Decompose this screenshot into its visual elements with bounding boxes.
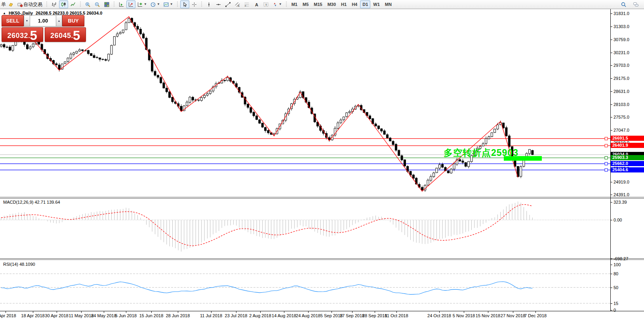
dropdown-caret-icon[interactable]: ▼ [157, 3, 160, 6]
price-tick [611, 65, 612, 66]
price-tick [611, 104, 612, 105]
arrows-button[interactable]: ▼ [271, 0, 284, 8]
trendline-button[interactable] [223, 0, 232, 8]
toolbar-group-grip [200, 1, 203, 8]
vline-button[interactable] [204, 0, 213, 8]
time-tick [57, 311, 57, 313]
price-tick-label: 30759.0 [614, 37, 629, 42]
chart-shift-button[interactable] [126, 0, 135, 8]
timeframe-m1-button[interactable]: M1 [289, 0, 300, 8]
dropdown-caret-icon[interactable]: ▼ [279, 3, 282, 6]
chat-button[interactable] [631, 0, 640, 8]
cursor-button[interactable] [180, 0, 189, 8]
channel-icon: E [235, 2, 240, 7]
time-label: 18 Apr 2018 [21, 313, 44, 318]
fibonacci-button[interactable]: F [242, 0, 252, 8]
line-handle[interactable] [605, 169, 608, 171]
ohlc-values: 26208.5 26233.0 26015.5 26034.0 [36, 11, 102, 15]
macd-indicator-pane[interactable] [0, 199, 610, 258]
svg-text:F: F [245, 5, 246, 7]
time-label: 24 Aug 2018 [296, 313, 320, 318]
buy-price-button[interactable]: 26045 . 5 [45, 27, 86, 42]
time-label: 15 Nov 2018 [476, 313, 500, 318]
bull-bear-turning-point-annotation[interactable]: 多空转折点25903 [444, 147, 518, 159]
new-order-button[interactable] [6, 0, 15, 8]
chat-icon [633, 2, 638, 7]
templates-button[interactable]: ▼ [162, 0, 175, 8]
macd-scale-label: -698.27 [614, 256, 628, 261]
shift-icon [128, 2, 133, 7]
time-tick [352, 311, 352, 313]
search-button[interactable] [619, 0, 628, 8]
timeframe-w1-button[interactable]: W1 [371, 0, 382, 8]
label-button[interactable]: T [261, 0, 271, 8]
timeframe-m30-button[interactable]: M30 [325, 0, 338, 8]
time-tick [396, 311, 397, 313]
line-handle[interactable] [605, 157, 608, 159]
macd-histogram [1, 201, 532, 252]
new-order-icon [8, 2, 13, 7]
volume-input[interactable]: 1.00 [30, 15, 56, 27]
timeframe-m15-button[interactable]: M15 [311, 0, 324, 8]
timeframe-mn-button[interactable]: MN [383, 0, 394, 8]
chart-title: ▲ HK50-,Daily 26208.5 26233.0 26015.5 26… [3, 11, 102, 15]
volume-increase-button[interactable]: ▲ [56, 15, 62, 27]
macd-label: MACD(12,26,9) 42.71 139.64 [3, 200, 60, 204]
time-label: 17 Sep 2018 [340, 313, 364, 318]
hline-button[interactable] [214, 0, 223, 8]
price-line-label-26691.5: 26691.5 [611, 136, 644, 141]
time-label: 5 Jun 2018 [115, 313, 137, 318]
periods-button[interactable]: ▼ [149, 0, 162, 8]
auto-scroll-button[interactable] [117, 0, 126, 8]
price-line-label-25903.3: 25903.3 [611, 155, 644, 160]
svg-text:A: A [255, 2, 258, 7]
volume-decrease-button[interactable]: ▼ [24, 15, 30, 27]
candlestick-button[interactable] [59, 0, 68, 8]
autotrading-button[interactable]: 自动交易 [16, 0, 44, 8]
zigzag-line[interactable] [33, 17, 518, 191]
time-tick [6, 311, 6, 313]
time-tick [33, 311, 33, 313]
price-tick-label: 28631.0 [614, 89, 629, 94]
tile-windows-button[interactable] [102, 0, 111, 8]
toolbar-group-grip [113, 1, 115, 8]
text-button[interactable]: A [252, 0, 261, 8]
time-label: 14 Aug 2018 [272, 313, 296, 318]
timeframe-h1-button[interactable]: H1 [339, 0, 349, 8]
channel-button[interactable]: E [233, 0, 242, 8]
price-tick-label: 30231.0 [614, 50, 629, 55]
price-tick [611, 40, 612, 40]
dropdown-caret-icon[interactable]: ▼ [170, 3, 173, 6]
zoom-out-icon [95, 2, 100, 7]
ohlc-toggle-icon[interactable]: ▲ [3, 11, 6, 15]
sell-price-button[interactable]: 26032 . 5 [2, 27, 43, 42]
zoom-in-button[interactable] [83, 0, 92, 8]
line-chart-button[interactable] [69, 0, 78, 8]
order-button-partial[interactable]: 单 [1, 1, 6, 8]
time-label: 23 Jul 2018 [225, 313, 248, 318]
indicators-button[interactable]: ▼ [136, 0, 149, 8]
line-handle[interactable] [605, 137, 608, 140]
time-label: 5 Nov 2018 [453, 313, 475, 318]
price-line-label-26401.9: 26401.9 [611, 143, 644, 148]
sell-button[interactable]: SELL [2, 15, 24, 27]
bar-chart-button[interactable] [50, 0, 59, 8]
timeframe-m5-button[interactable]: M5 [300, 0, 311, 8]
line-handle[interactable] [605, 144, 608, 147]
time-label: 30 Apr 2018 [45, 313, 68, 318]
autoscroll-icon [119, 2, 124, 7]
time-label: 6 Apr 2018 [0, 313, 16, 318]
buy-button[interactable]: BUY [62, 15, 84, 27]
timeframe-d1-button[interactable]: D1 [360, 0, 370, 8]
zoom-out-button[interactable] [93, 0, 102, 8]
rsi-indicator-pane[interactable] [0, 260, 610, 311]
time-label: 28 Sep 2018 [362, 313, 387, 318]
line-handle[interactable] [605, 162, 608, 165]
dropdown-caret-icon[interactable]: ▼ [144, 3, 147, 6]
price-line-label-25404.6: 25404.6 [611, 167, 644, 172]
svg-text:T: T [265, 3, 267, 6]
timeframe-h4-button[interactable]: H4 [349, 0, 360, 8]
sell-price-int: 26032 [8, 32, 29, 39]
main-price-chart[interactable] [0, 9, 610, 197]
crosshair-button[interactable] [190, 0, 199, 8]
